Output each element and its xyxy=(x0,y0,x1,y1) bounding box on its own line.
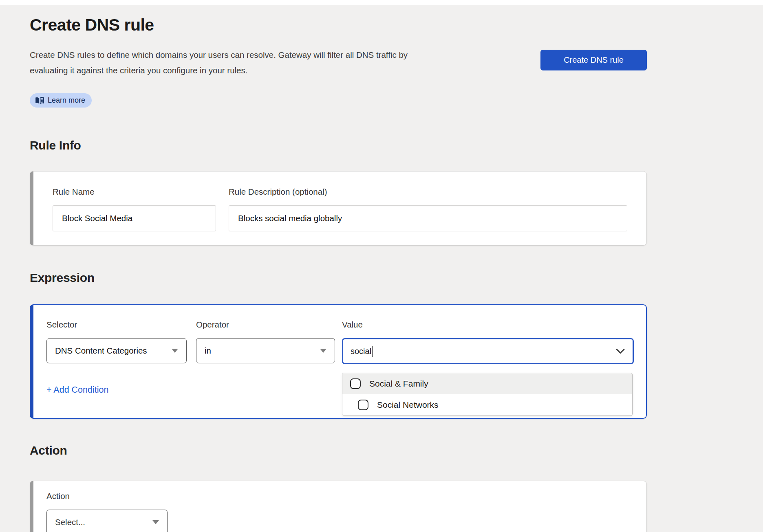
action-heading: Action xyxy=(30,444,67,457)
checkbox-social-networks[interactable] xyxy=(358,400,368,410)
dropdown-option-label: Social Networks xyxy=(377,400,439,410)
operator-label: Operator xyxy=(196,320,229,330)
expression-heading: Expression xyxy=(30,271,95,285)
expression-card: Selector DNS Content Categories Operator… xyxy=(30,304,647,419)
selector-select[interactable]: DNS Content Categories xyxy=(46,338,187,363)
rule-name-label: Rule Name xyxy=(53,187,95,197)
rule-name-input[interactable] xyxy=(53,205,216,231)
rule-info-card: Rule Name Rule Description (optional) xyxy=(30,171,647,246)
caret-down-icon xyxy=(152,520,159,524)
value-combobox[interactable]: social xyxy=(342,338,634,364)
operator-select-value: in xyxy=(205,346,314,356)
operator-select[interactable]: in xyxy=(196,338,335,363)
book-icon xyxy=(35,97,44,104)
checkbox-social-family[interactable] xyxy=(350,378,361,389)
rule-info-heading: Rule Info xyxy=(30,138,81,152)
create-dns-rule-button[interactable]: Create DNS rule xyxy=(540,50,647,70)
value-combobox-text: social xyxy=(351,347,371,356)
caret-down-icon xyxy=(320,349,326,353)
value-label: Value xyxy=(342,320,363,330)
dropdown-option-social-family[interactable]: Social & Family xyxy=(342,373,632,394)
dropdown-option-label: Social & Family xyxy=(369,379,428,389)
chevron-down-icon xyxy=(615,348,625,354)
value-dropdown-panel: Social & Family Social Networks xyxy=(342,373,633,416)
text-cursor xyxy=(372,346,373,357)
action-select[interactable]: Select... xyxy=(46,510,168,532)
learn-more-badge[interactable]: Learn more xyxy=(30,93,92,108)
create-dns-rule-page: Create DNS rule Create DNS rules to defi… xyxy=(0,5,763,532)
action-select-value: Select... xyxy=(55,517,147,527)
add-condition-link[interactable]: + Add Condition xyxy=(46,385,108,395)
rule-description-input[interactable] xyxy=(229,205,627,231)
page-description: Create DNS rules to define which domains… xyxy=(30,47,437,78)
action-card: Action Select... xyxy=(30,481,647,532)
rule-description-label: Rule Description (optional) xyxy=(229,187,327,197)
selector-label: Selector xyxy=(46,320,77,330)
page-title: Create DNS rule xyxy=(30,15,154,35)
learn-more-label: Learn more xyxy=(48,96,85,105)
selector-select-value: DNS Content Categories xyxy=(55,346,166,356)
dropdown-option-social-networks[interactable]: Social Networks xyxy=(342,394,632,415)
action-label: Action xyxy=(46,491,70,501)
caret-down-icon xyxy=(172,349,178,353)
